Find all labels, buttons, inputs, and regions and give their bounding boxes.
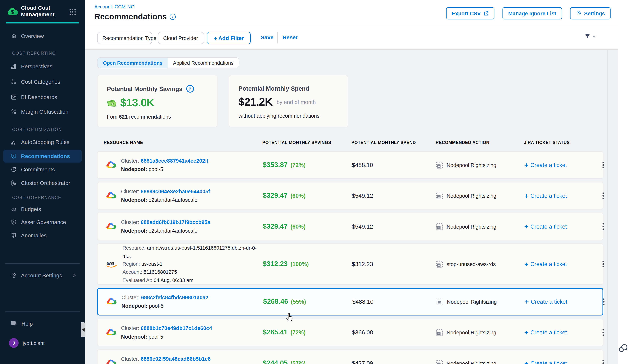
action-label: stop-unused-aws-rds	[446, 261, 496, 267]
filter-divider	[277, 32, 278, 43]
manage-ignore-list-button[interactable]: Manage Ignore List	[502, 7, 562, 19]
sidebar-item-help[interactable]: ? Help	[3, 318, 82, 330]
create-ticket-button[interactable]: +Create a ticket	[525, 298, 599, 305]
cluster-id-link[interactable]: 6886e92f59a48cad86b5b1c6	[141, 356, 210, 362]
row-menu-kebab-icon[interactable]	[600, 221, 606, 232]
sidebar-item-account-settings[interactable]: Account Settings	[3, 269, 82, 281]
region-value: us-east-1	[142, 261, 162, 267]
savings-label-text: Potential Monthly Savings	[107, 85, 182, 92]
table-row[interactable]: Cluster: 6886e92f59a48cad86b5b1c6 Nodepo…	[97, 349, 603, 364]
action-cell: Nodepool Rightsizing	[436, 192, 524, 199]
plus-icon: +	[524, 360, 528, 364]
plus-icon: +	[524, 223, 528, 230]
savings-cell: $265.41(72%)	[263, 328, 352, 336]
info-icon[interactable]: i	[170, 14, 176, 20]
gcp-logo-icon	[106, 358, 116, 364]
help-question-icon[interactable]: ?	[186, 85, 194, 93]
cluster-id-link[interactable]: 688add6fb019b17f9bccb95a	[141, 219, 210, 225]
breadcrumb-account-link[interactable]: Account: CCM-NG	[94, 4, 135, 10]
sidebar-item-commitments[interactable]: Commitments	[3, 163, 82, 176]
cluster-id-link[interactable]: 6888b1c70e49db17c1de60c4	[141, 325, 212, 331]
sidebar-section-cost-governance: COST GOVERNANCE	[12, 195, 61, 200]
main-panel: Account: CCM-NG Recommendations i Export…	[85, 0, 618, 364]
sidebar-item-label: Asset Governance	[21, 219, 66, 225]
sidebar-item-cluster-orchestrator[interactable]: Cluster Orchestrator	[3, 177, 82, 189]
potential-monthly-savings-card: Potential Monthly Savings ? $13.0K from …	[97, 75, 217, 127]
spend-value: $21.2K	[238, 96, 272, 109]
resource-cell: Cluster: 6886e92f59a48cad86b5b1c6 Nodepo…	[98, 355, 263, 364]
sidebar-item-anomalies[interactable]: Anomalies	[3, 229, 82, 241]
sidebar-item-margin-obfuscation[interactable]: Margin Obfuscation	[3, 106, 82, 118]
settings-button[interactable]: Settings	[570, 7, 610, 19]
row-menu-kebab-icon[interactable]	[600, 358, 606, 364]
sidebar-item-cost-categories[interactable]: Cost Categories	[3, 76, 82, 88]
filter-panel-toggle[interactable]	[584, 33, 596, 39]
row-menu-kebab-icon[interactable]	[600, 190, 606, 201]
table-row-selected[interactable]: Cluster: 688c2fefc84fbdc99801a0a2 Nodepo…	[97, 288, 603, 316]
create-ticket-button[interactable]: +Create a ticket	[524, 223, 599, 230]
table-row[interactable]: Cluster: 6881a3ccc887941a4ee202ff Nodepo…	[97, 151, 603, 179]
table-row[interactable]: Cluster: 688add6fb019b17f9bccb95a Nodepo…	[97, 213, 603, 240]
cloud-provider-dropdown[interactable]: Cloud Provider	[158, 32, 204, 44]
shield-dollar-icon	[10, 219, 17, 225]
add-filter-button[interactable]: + Add Filter	[207, 32, 250, 44]
savings-amount: $244.05	[263, 359, 288, 364]
export-csv-button[interactable]: Export CSV	[446, 7, 495, 19]
tab-open-recommendations[interactable]: Open Recommendations	[98, 58, 168, 68]
sidebar-item-label: Commitments	[21, 167, 55, 173]
resource-cell: Cluster: 688c2fefc84fbdc99801a0a2 Nodepo…	[98, 293, 263, 310]
gear-icon	[576, 10, 581, 16]
action-cell: Nodepool Rightsizing	[436, 162, 524, 169]
app-grid-icon[interactable]	[69, 8, 76, 15]
sidebar-item-perspectives[interactable]: Perspectives	[3, 60, 82, 72]
table-header: RESOURCE NAME POTENTIAL MONTHLY SAVINGS …	[97, 140, 607, 145]
table-row[interactable]: Cluster: 6888b1c70e49db17c1de60c4 Nodepo…	[97, 319, 603, 346]
sidebar-item-bi-dashboards[interactable]: BI Dashboards	[3, 91, 82, 103]
spend-cell: $366.08	[352, 329, 436, 336]
action-cell: Nodepool Rightsizing	[436, 360, 524, 364]
svg-text:$: $	[11, 9, 14, 15]
create-ticket-label: Create a ticket	[530, 329, 567, 336]
spend-card-label: Potential Monthly Spend	[238, 85, 348, 92]
tab-applied-recommendations[interactable]: Applied Recommendations	[168, 58, 239, 68]
sidebar-item-asset-governance[interactable]: Asset Governance	[3, 216, 82, 228]
action-label: Nodepool Rightsizing	[447, 299, 497, 305]
savings-sub-prefix: from	[107, 114, 119, 120]
recommendation-type-dropdown[interactable]: Recommendation Type	[97, 32, 152, 44]
sidebar-item-recommendations[interactable]: Recommendations	[3, 150, 82, 163]
table-row[interactable]: Cluster: 68898c064e3e2ba0e544005f Nodepo…	[97, 182, 603, 210]
row-menu-kebab-icon[interactable]	[601, 296, 606, 308]
spend-value-row: $21.2K by end of month	[238, 96, 348, 109]
percent-icon	[10, 108, 17, 115]
plus-icon: +	[525, 298, 529, 305]
create-ticket-button[interactable]: +Create a ticket	[524, 360, 599, 364]
page-title: Recommendations i	[94, 12, 176, 21]
row-menu-kebab-icon[interactable]	[600, 258, 606, 270]
reset-filter-link[interactable]: Reset	[282, 34, 298, 40]
cluster-id-link[interactable]: 6881a3ccc887941a4ee202ff	[141, 158, 208, 164]
save-filter-link[interactable]: Save	[261, 34, 274, 40]
header-actions: Export CSV Manage Ignore List Settings	[446, 7, 610, 19]
support-chat-icon[interactable]	[618, 343, 628, 354]
create-ticket-button[interactable]: +Create a ticket	[524, 261, 599, 268]
create-ticket-button[interactable]: +Create a ticket	[524, 329, 599, 336]
app-title: Cloud Cost Management	[21, 5, 66, 18]
row-menu-kebab-icon[interactable]	[600, 159, 606, 171]
table-row[interactable]: Resource: arn:aws:rds:us-east-1:51161680…	[97, 243, 603, 285]
create-ticket-button[interactable]: +Create a ticket	[524, 162, 599, 169]
sidebar-item-overview[interactable]: Overview	[3, 30, 82, 42]
rightsizing-icon	[436, 223, 443, 230]
cluster-id-link[interactable]: 68898c064e3e2ba0e544005f	[141, 188, 210, 194]
create-ticket-button[interactable]: +Create a ticket	[524, 192, 599, 199]
sidebar-item-budgets[interactable]: Budgets	[3, 203, 82, 215]
create-ticket-label: Create a ticket	[530, 261, 567, 267]
sidebar-item-autostopping-rules[interactable]: AutoStopping Rules	[3, 136, 82, 148]
row-menu-kebab-icon[interactable]	[600, 327, 606, 338]
scrollbar-track[interactable]	[607, 50, 618, 364]
savings-cell: $329.47(60%)	[263, 192, 352, 200]
spend-label-text: Potential Monthly Spend	[238, 85, 309, 92]
cluster-id-link[interactable]: 688c2fefc84fbdc99801a0a2	[141, 294, 208, 300]
sidebar-item-label: AutoStopping Rules	[21, 139, 69, 145]
plus-icon: +	[524, 261, 528, 268]
user-menu[interactable]: J jyoti.bisht	[3, 337, 82, 349]
